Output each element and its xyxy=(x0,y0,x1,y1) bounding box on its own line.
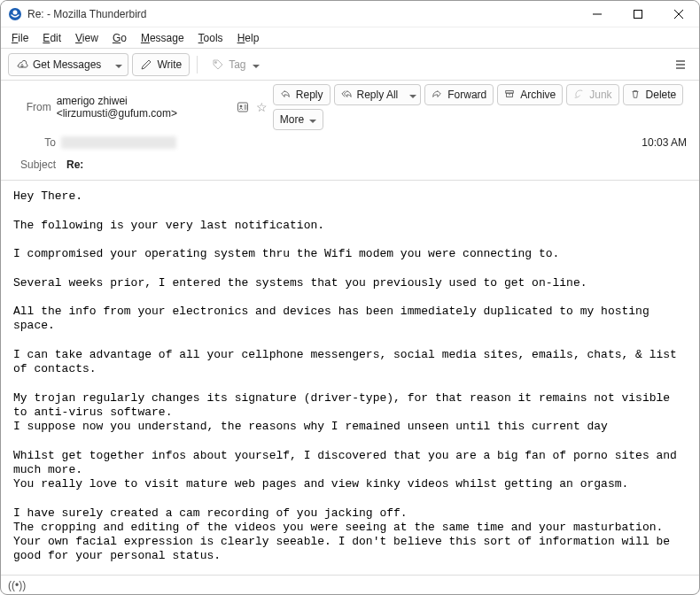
reply-all-icon xyxy=(341,89,354,101)
online-status-icon[interactable]: ((•)) xyxy=(8,579,26,591)
menu-help[interactable]: Help xyxy=(232,30,265,46)
reply-all-label: Reply All xyxy=(357,89,399,101)
junk-icon xyxy=(573,89,586,101)
app-menu-button[interactable] xyxy=(669,53,692,76)
junk-button[interactable]: Junk xyxy=(566,84,618,105)
get-messages-label: Get Messages xyxy=(33,58,101,71)
menu-bar: File Edit View Go Message Tools Help xyxy=(1,27,699,49)
archive-label: Archive xyxy=(520,89,556,101)
close-button[interactable] xyxy=(658,1,699,27)
svg-rect-7 xyxy=(507,93,513,97)
toolbar: Get Messages Write Tag xyxy=(1,49,699,81)
reply-button[interactable]: Reply xyxy=(273,84,331,105)
hamburger-icon xyxy=(674,58,687,71)
delete-label: Delete xyxy=(646,89,677,101)
junk-label: Junk xyxy=(589,89,611,101)
status-bar: ((•)) xyxy=(1,575,699,594)
delete-button[interactable]: Delete xyxy=(623,84,684,105)
subject-value: Re: xyxy=(66,158,83,171)
to-value-redacted xyxy=(61,136,176,149)
more-label: More xyxy=(280,113,304,126)
toolbar-separator xyxy=(197,56,198,73)
menu-view[interactable]: View xyxy=(70,30,104,46)
reply-all-dropdown[interactable] xyxy=(404,84,421,105)
app-window: Re: - Mozilla Thunderbird File Edit View… xyxy=(0,0,700,595)
svg-rect-2 xyxy=(634,10,642,18)
svg-point-3 xyxy=(215,61,217,63)
minimize-button[interactable] xyxy=(577,1,618,27)
star-toggle[interactable]: ☆ xyxy=(256,100,268,114)
menu-tools[interactable]: Tools xyxy=(193,30,229,46)
menu-message[interactable]: Message xyxy=(136,30,190,46)
to-label: To xyxy=(10,136,56,149)
message-headers: From amerigo zhiwei <lirzumusti@gufum.co… xyxy=(1,81,699,181)
message-body: Hey There. The following is your very la… xyxy=(1,181,699,575)
forward-label: Forward xyxy=(447,89,486,101)
download-icon xyxy=(16,58,28,71)
archive-icon xyxy=(504,89,517,101)
forward-icon xyxy=(432,89,444,101)
get-messages-button[interactable]: Get Messages xyxy=(8,53,109,76)
reply-label: Reply xyxy=(296,89,323,101)
forward-button[interactable]: Forward xyxy=(424,84,494,105)
tag-label: Tag xyxy=(229,58,245,71)
contact-icon[interactable] xyxy=(237,101,249,113)
app-icon xyxy=(8,7,22,21)
window-title: Re: - Mozilla Thunderbird xyxy=(27,8,147,20)
subject-label: Subject xyxy=(10,158,56,171)
get-messages-dropdown[interactable] xyxy=(108,53,128,76)
maximize-button[interactable] xyxy=(618,1,658,27)
write-label: Write xyxy=(157,58,182,71)
message-time: 10:03 AM xyxy=(642,136,690,149)
tag-icon xyxy=(212,58,224,71)
menu-edit[interactable]: Edit xyxy=(37,30,66,46)
archive-button[interactable]: Archive xyxy=(497,84,563,105)
reply-icon xyxy=(280,89,292,101)
menu-file[interactable]: File xyxy=(6,30,34,46)
svg-point-1 xyxy=(13,10,18,14)
trash-icon xyxy=(630,89,642,101)
pencil-icon xyxy=(140,58,152,71)
svg-point-5 xyxy=(239,105,242,108)
tag-button[interactable]: Tag xyxy=(205,53,266,76)
from-label: From xyxy=(10,101,51,113)
write-button[interactable]: Write xyxy=(132,53,190,76)
title-bar: Re: - Mozilla Thunderbird xyxy=(1,1,699,27)
from-value: amerigo zhiwei <lirzumusti@gufum.com> xyxy=(57,95,231,120)
more-button[interactable]: More xyxy=(273,109,323,130)
menu-go[interactable]: Go xyxy=(107,30,132,46)
reply-all-button[interactable]: Reply All xyxy=(334,84,406,105)
message-actions: Reply Reply All Forward Archive Jun xyxy=(273,84,690,130)
